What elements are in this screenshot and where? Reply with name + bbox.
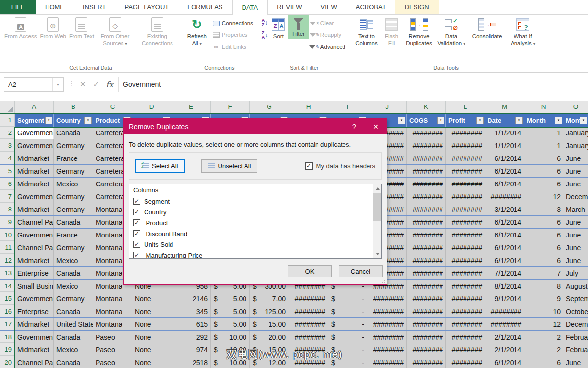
cell[interactable]: $7.00 xyxy=(250,292,289,305)
cell[interactable]: 6 xyxy=(524,241,564,254)
cell[interactable]: $15.00 xyxy=(250,343,289,356)
cell[interactable]: ######## xyxy=(446,254,485,266)
unselect-all-button[interactable]: Unselect All xyxy=(201,159,257,173)
cell[interactable]: ######## xyxy=(289,292,328,305)
cell[interactable]: France xyxy=(54,152,93,164)
cell[interactable]: ######## xyxy=(407,318,446,330)
column-letter-A[interactable]: A xyxy=(15,101,54,113)
cell[interactable]: $10.00 xyxy=(211,331,250,343)
cell[interactable]: ######## xyxy=(407,305,446,317)
cell[interactable]: ######## xyxy=(446,356,485,368)
cell[interactable]: 3/1/2014 xyxy=(485,203,524,215)
cell[interactable]: June xyxy=(564,165,588,177)
cell[interactable]: Germany xyxy=(54,165,93,177)
column-list-item[interactable]: ✓Units Sold xyxy=(133,239,373,250)
header-cell-B[interactable]: Country▼ xyxy=(54,114,93,127)
cell[interactable]: ######## xyxy=(446,216,485,228)
row-number-7[interactable]: 7 xyxy=(0,190,15,203)
cell[interactable]: ######## xyxy=(446,343,485,356)
cell[interactable]: June xyxy=(564,254,588,266)
cell[interactable]: Canada xyxy=(54,331,93,343)
tab-insert[interactable]: INSERT xyxy=(74,0,115,14)
cell[interactable]: None xyxy=(132,356,172,368)
cell[interactable]: 6/1/2014 xyxy=(485,165,524,177)
cell[interactable]: 6/1/2014 xyxy=(485,216,524,228)
cell[interactable]: 6 xyxy=(524,356,564,368)
row-number-4[interactable]: 4 xyxy=(0,152,15,164)
column-letter-J[interactable]: J xyxy=(368,101,407,113)
cell[interactable]: Government xyxy=(15,139,54,152)
dialog-help-button[interactable]: ? xyxy=(343,123,365,131)
column-letter-N[interactable]: N xyxy=(524,101,564,113)
cell[interactable]: $20.00 xyxy=(250,331,289,343)
checkbox-checked-icon[interactable]: ✓ xyxy=(133,230,140,237)
column-letter-C[interactable]: C xyxy=(93,101,132,113)
scrollbar-thumb[interactable] xyxy=(373,193,382,221)
cell[interactable]: ######## xyxy=(289,318,328,330)
dialog-close-button[interactable]: ✕ xyxy=(365,123,387,131)
cell[interactable]: 6/1/2014 xyxy=(485,356,524,368)
column-list-item[interactable]: ✓Country xyxy=(133,207,373,217)
column-list-item[interactable]: ✓Segment xyxy=(133,196,373,207)
row-number-19[interactable]: 19 xyxy=(0,343,15,356)
checkbox-checked-icon[interactable]: ✓ xyxy=(133,252,140,258)
cell[interactable]: Paseo xyxy=(93,343,132,356)
cell[interactable]: ######## xyxy=(368,318,407,330)
sort-az-button[interactable]: AZ↓ xyxy=(262,18,268,27)
cell[interactable]: Canada xyxy=(54,305,93,317)
cell[interactable]: 9/1/2014 xyxy=(485,292,524,305)
cell[interactable]: 345 xyxy=(172,305,211,317)
cell[interactable]: Montana xyxy=(93,305,132,317)
cell[interactable]: Channel Partners xyxy=(15,216,54,228)
cell[interactable]: Small Business xyxy=(15,280,54,292)
cell[interactable]: December xyxy=(564,318,588,330)
cell[interactable]: $10.00 xyxy=(211,343,250,356)
cell[interactable]: 7 xyxy=(524,267,564,279)
cell[interactable]: ######## xyxy=(446,190,485,203)
cell[interactable]: Channel Partners xyxy=(15,241,54,254)
cell[interactable]: None xyxy=(132,343,172,356)
cell[interactable]: 3 xyxy=(524,203,564,215)
clear-filter-button[interactable]: ✕ Clear xyxy=(309,17,347,29)
cell[interactable]: ######## xyxy=(446,165,485,177)
filter-dropdown-icon[interactable]: ▼ xyxy=(437,117,444,124)
column-letter-G[interactable]: G xyxy=(250,101,289,113)
cell[interactable]: Government xyxy=(15,190,54,203)
cell[interactable]: ######## xyxy=(446,241,485,254)
cell[interactable]: ######## xyxy=(407,165,446,177)
flash-fill-button[interactable]: Flash Fill xyxy=(380,15,403,47)
tab-data[interactable]: DATA xyxy=(232,0,268,15)
cell[interactable]: 292 xyxy=(172,331,211,343)
scroll-down-icon[interactable] xyxy=(373,250,382,258)
row-number-17[interactable]: 17 xyxy=(0,318,15,330)
cell[interactable]: ######## xyxy=(407,241,446,254)
cell[interactable]: August xyxy=(564,280,588,292)
cancel-button[interactable]: Cancel xyxy=(339,265,383,277)
cell[interactable]: $15.00 xyxy=(250,318,289,330)
remove-duplicates-button[interactable]: → Remove Duplicates xyxy=(403,15,435,47)
cell[interactable]: 615 xyxy=(172,318,211,330)
row-number-9[interactable]: 9 xyxy=(0,216,15,228)
header-cell-N[interactable]: Month▼ xyxy=(524,114,564,127)
row-number-15[interactable]: 15 xyxy=(0,292,15,305)
cell[interactable]: Enterprise xyxy=(15,305,54,317)
header-cell-O[interactable]: Month Na▼ xyxy=(564,114,588,127)
row-number-10[interactable]: 10 xyxy=(0,229,15,241)
cell[interactable]: 12 xyxy=(524,190,564,203)
tab-file[interactable]: FILE xyxy=(0,0,36,14)
row-number-3[interactable]: 3 xyxy=(0,139,15,152)
cell[interactable]: 2 xyxy=(524,331,564,343)
sort-button[interactable]: ZA Sort xyxy=(269,15,288,40)
row-number-18[interactable]: 18 xyxy=(0,331,15,343)
column-letter-H[interactable]: H xyxy=(289,101,328,113)
dialog-resize-grip[interactable] xyxy=(382,279,386,283)
filter-dropdown-icon[interactable]: ▼ xyxy=(476,117,484,124)
cell[interactable]: ######## xyxy=(407,267,446,279)
cell[interactable]: ######## xyxy=(446,152,485,164)
column-letter-E[interactable]: E xyxy=(172,101,211,113)
column-letter-O[interactable]: O xyxy=(564,101,588,113)
checkbox-checked-icon[interactable]: ✓ xyxy=(133,198,140,205)
cell[interactable]: February xyxy=(564,331,588,343)
cell[interactable]: 6 xyxy=(524,178,564,190)
cell[interactable]: Canada xyxy=(54,356,93,368)
